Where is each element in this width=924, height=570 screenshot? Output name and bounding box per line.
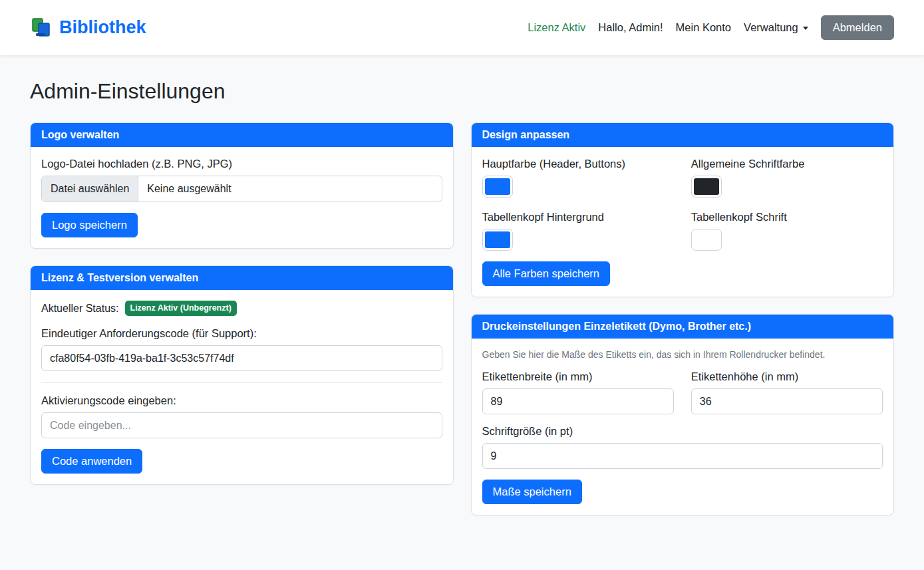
font-size-field: Schriftgröße (in pt) xyxy=(482,425,883,469)
logo-card-body: Logo-Datei hochladen (z.B. PNG, JPG) Dat… xyxy=(31,147,453,248)
right-column: Design anpassen Hauptfarbe (Header, Butt… xyxy=(471,122,895,515)
design-card-header: Design anpassen xyxy=(472,123,894,147)
design-card-body: Hauptfarbe (Header, Buttons) Allgemeine … xyxy=(472,147,894,297)
tabellenkopf-schrift-color-input[interactable] xyxy=(691,229,722,251)
logo-save-button[interactable]: Logo speichern xyxy=(41,213,138,237)
print-settings-card-header: Druckeinstellungen Einzeletikett (Dymo, … xyxy=(472,315,894,339)
label-width-label: Etikettenbreite (in mm) xyxy=(482,370,674,383)
apply-code-button[interactable]: Code anwenden xyxy=(41,449,142,474)
nav-verwaltung-label: Verwaltung xyxy=(744,21,798,34)
nav-mein-konto[interactable]: Mein Konto xyxy=(676,21,731,34)
label-height-field: Etikettenhöhe (in mm) xyxy=(691,370,883,414)
file-chosen-text: Keine ausgewählt xyxy=(138,176,239,202)
tabellenkopf-schrift-color-swatch xyxy=(694,231,719,248)
license-divider xyxy=(41,382,442,383)
left-column: Logo verwalten Logo-Datei hochladen (z.B… xyxy=(30,122,454,485)
request-code-input[interactable] xyxy=(41,345,442,371)
label-height-label: Etikettenhöhe (in mm) xyxy=(691,370,883,383)
hauptfarbe-color-input[interactable] xyxy=(482,176,513,198)
logo-file-input[interactable]: Datei auswählen Keine ausgewählt xyxy=(41,176,442,202)
font-size-label: Schriftgröße (in pt) xyxy=(482,425,883,438)
license-card-header: Lizenz & Testversion verwalten xyxy=(31,266,453,290)
tabellenkopf-hintergrund-color-input[interactable] xyxy=(482,229,513,251)
print-settings-hint: Geben Sie hier die Maße des Etiketts ein… xyxy=(482,349,883,360)
request-code-label: Eindeutiger Anforderungscode (für Suppor… xyxy=(41,327,442,340)
tabellenkopf-hintergrund-label: Tabellenkopf Hintergrund xyxy=(482,211,674,223)
tabellenkopf-schrift-label: Tabellenkopf Schrift xyxy=(691,211,883,223)
label-width-input[interactable] xyxy=(482,388,674,414)
logo-card: Logo verwalten Logo-Datei hochladen (z.B… xyxy=(30,122,454,249)
schriftfarbe-label: Allgemeine Schriftfarbe xyxy=(691,158,883,170)
color-field-tabellenkopf-hintergrund: Tabellenkopf Hintergrund xyxy=(482,211,674,251)
label-width-field: Etikettenbreite (in mm) xyxy=(482,370,674,414)
brand-link[interactable]: Bibliothek xyxy=(30,17,146,38)
navbar-menu: Lizenz Aktiv Hallo, Admin! Mein Konto Ve… xyxy=(528,15,894,40)
brand-title: Bibliothek xyxy=(59,17,146,38)
label-height-input[interactable] xyxy=(691,388,883,414)
books-logo-icon xyxy=(30,17,53,38)
color-field-schriftfarbe: Allgemeine Schriftfarbe xyxy=(691,158,883,198)
navbar: Bibliothek Lizenz Aktiv Hallo, Admin! Me… xyxy=(0,0,924,55)
color-fields-grid: Hauptfarbe (Header, Buttons) Allgemeine … xyxy=(482,158,883,251)
logo-card-header: Logo verwalten xyxy=(31,123,453,147)
license-card: Lizenz & Testversion verwalten Aktueller… xyxy=(30,265,454,485)
save-dimensions-button[interactable]: Maße speichern xyxy=(482,480,582,504)
logo-file-label: Logo-Datei hochladen (z.B. PNG, JPG) xyxy=(41,158,442,170)
tabellenkopf-hintergrund-color-swatch xyxy=(485,231,510,248)
save-colors-button[interactable]: Alle Farben speichern xyxy=(482,261,611,286)
chevron-down-icon xyxy=(803,27,808,30)
color-field-tabellenkopf-schrift: Tabellenkopf Schrift xyxy=(691,211,883,251)
nav-verwaltung-dropdown[interactable]: Verwaltung xyxy=(744,21,808,34)
nav-license-status[interactable]: Lizenz Aktiv xyxy=(528,21,585,34)
license-status-label: Aktueller Status: xyxy=(41,303,119,315)
schriftfarbe-color-swatch xyxy=(694,178,719,195)
font-size-input[interactable] xyxy=(482,443,883,469)
print-settings-card: Druckeinstellungen Einzeletikett (Dymo, … xyxy=(471,314,895,515)
license-status-row: Aktueller Status: Lizenz Aktiv (Unbegren… xyxy=(41,301,442,316)
design-card: Design anpassen Hauptfarbe (Header, Butt… xyxy=(471,122,895,297)
print-settings-card-body: Geben Sie hier die Maße des Etiketts ein… xyxy=(472,339,894,515)
label-size-grid: Etikettenbreite (in mm) Etikettenhöhe (i… xyxy=(482,370,883,414)
logout-button[interactable]: Abmelden xyxy=(821,15,894,40)
activation-code-input[interactable] xyxy=(41,412,442,438)
hauptfarbe-label: Hauptfarbe (Header, Buttons) xyxy=(482,158,674,170)
color-field-hauptfarbe: Hauptfarbe (Header, Buttons) xyxy=(482,158,674,198)
hauptfarbe-color-swatch xyxy=(485,178,510,195)
settings-grid: Logo verwalten Logo-Datei hochladen (z.B… xyxy=(30,122,894,515)
license-card-body: Aktueller Status: Lizenz Aktiv (Unbegren… xyxy=(31,290,453,484)
main-content: Admin-Einstellungen Logo verwalten Logo-… xyxy=(0,79,924,542)
page-title: Admin-Einstellungen xyxy=(30,79,894,104)
activation-code-label: Aktivierungscode eingeben: xyxy=(41,394,442,407)
license-status-badge: Lizenz Aktiv (Unbegrenzt) xyxy=(125,301,237,316)
schriftfarbe-color-input[interactable] xyxy=(691,176,722,198)
file-choose-button[interactable]: Datei auswählen xyxy=(42,176,138,202)
nav-greeting: Hallo, Admin! xyxy=(598,21,663,34)
